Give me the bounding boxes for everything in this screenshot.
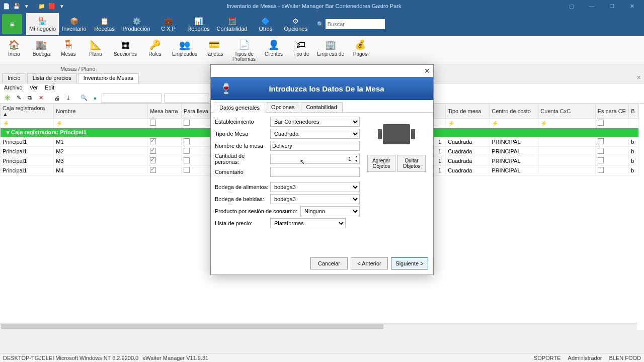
tool-edit-icon[interactable]: ✎ [14, 94, 23, 103]
status-host: DESKTOP-TGJDLEI Microsoft Windows NT 6.2… [3, 355, 138, 361]
toolbar-combo[interactable] [102, 94, 162, 103]
dialog-tab-opciones[interactable]: Opciones [266, 102, 300, 112]
label-lista-precio: Lista de precio: [215, 220, 270, 226]
tool-print-icon[interactable]: 🖨 [52, 94, 61, 103]
tool-export-icon[interactable]: ⤓ [63, 94, 72, 103]
label-producto-sesion: Producto por sesión de consumo: [215, 208, 300, 214]
filter-icon[interactable]: ⚡ [56, 120, 63, 126]
app-menu-button[interactable]: ≡ [2, 14, 22, 34]
ribbon-tab-c-x-p[interactable]: 💼C X P [153, 13, 184, 35]
subbar-secciones[interactable]: ▦Secciones [111, 37, 140, 57]
doc-tab-inventario-de-mesas[interactable]: Inventario de Mesas [78, 73, 139, 83]
ribbon-tab-producción[interactable]: ⚙️Producción [120, 13, 153, 35]
filter-icon[interactable]: ⚡ [492, 120, 499, 126]
filter-checkbox[interactable] [150, 120, 156, 126]
cancel-button[interactable]: Cancelar [310, 257, 348, 269]
subbar-mesas[interactable]: 🪑Mesas [56, 37, 80, 57]
column-header[interactable]: Tipo de mesa [446, 104, 490, 119]
producto-sesion-select[interactable]: Ninguno [300, 206, 360, 216]
bodega-bebidas-select[interactable]: bodega3 [270, 194, 360, 204]
ribbon-tab-reportes[interactable]: 📊Reportes [184, 13, 214, 35]
window-help-icon[interactable]: ▢ [561, 0, 582, 12]
spin-down-icon[interactable]: ▼ [353, 159, 359, 163]
qat-folder-icon[interactable]: 📁 [37, 2, 46, 11]
siguiente-button[interactable]: Siguiente > [391, 257, 428, 269]
label-nombre: Nombre de la mesa [215, 143, 270, 149]
column-header[interactable]: Nombre [54, 104, 148, 119]
anterior-button[interactable]: < Anterior [351, 257, 388, 269]
tool-refresh-icon[interactable]: 🔍 [79, 94, 89, 103]
bodega-alimentos-select[interactable]: bodega3 [270, 182, 360, 192]
doc-tab-lista-de-precios[interactable]: Lista de precios [27, 73, 77, 83]
tool-delete-icon[interactable]: ✕ [36, 94, 45, 103]
doc-tab-inicio[interactable]: Inicio [2, 73, 26, 83]
subbar-tarjetas[interactable]: 💳Tarjetas [202, 37, 226, 57]
ribbon-search-input[interactable] [326, 19, 385, 29]
agregar-objetos-button[interactable]: Agregar Objetos [367, 155, 395, 172]
ribbon-tab-mi-negocio[interactable]: 🏪Mi negocio [26, 13, 59, 35]
ribbon-tab-recetas[interactable]: 📋Recetas [90, 13, 120, 35]
column-header[interactable]: Caja registradora ▲ [1, 104, 54, 119]
dialog-close-icon[interactable]: ✕ [424, 67, 430, 75]
menu-ver[interactable]: Ver [30, 84, 38, 92]
subbar-tipos-de-proformas[interactable]: 📄Tipos de Proformas [229, 37, 259, 62]
qat-stop-icon[interactable]: 🟥 [47, 2, 56, 11]
tool-add-icon[interactable]: ✳️ [3, 94, 12, 103]
subbar-clientes[interactable]: 👤Clientes [262, 37, 286, 57]
filter-icon[interactable]: ⚡ [448, 120, 455, 126]
ribbon-search: 🔍 [317, 19, 385, 29]
qat-new-icon[interactable]: 📄 [2, 2, 11, 11]
subbar-empleados[interactable]: 👥Empleados [170, 37, 199, 57]
filter-checkbox[interactable] [598, 120, 604, 126]
establecimiento-select[interactable]: Bar Contenedores [270, 117, 360, 127]
subbar-pagos[interactable]: 💰Pagos [348, 37, 372, 57]
tipo-mesa-select[interactable]: Cuadrada [270, 129, 360, 139]
window-close-icon[interactable]: ✕ [622, 0, 642, 12]
ribbon-tab-contabilidad[interactable]: 🧮Contabilidad [214, 13, 251, 35]
qat-more2-icon[interactable]: ▾ [57, 2, 66, 11]
subbar-inicio[interactable]: 🏠Inicio [2, 37, 26, 57]
quick-access-toolbar: 📄 💾 ▾ 📁 🟥 ▾ [2, 2, 66, 11]
column-header[interactable]: Mesa barra [147, 104, 181, 119]
dialog-header: 🍷 Introduzca los Datos De la Mesa [211, 77, 433, 100]
tool-active-icon[interactable]: ● [91, 94, 100, 103]
ribbon-tab-otros[interactable]: 🔷Otros [251, 13, 281, 35]
status-bar: DESKTOP-TGJDLEI Microsoft Windows NT 6.2… [0, 353, 644, 362]
tab-close-icon[interactable]: ✕ [636, 74, 641, 81]
status-support: SOPORTE [534, 355, 561, 361]
column-header[interactable]: B [629, 104, 639, 119]
menu-archivo[interactable]: Archivo [4, 84, 23, 92]
quitar-objetos-button[interactable]: Quitar Objetos [397, 155, 426, 172]
filter-icon[interactable]: ⚡ [540, 120, 547, 126]
window-maximize-icon[interactable]: ☐ [602, 0, 622, 12]
nombre-mesa-input[interactable] [270, 141, 360, 151]
table-data-dialog: ✕ 🍷 Introduzca los Datos De la Mesa Dato… [210, 64, 434, 275]
subbar-bodega[interactable]: 🏬Bodega [29, 37, 53, 57]
comentario-input[interactable] [270, 167, 360, 177]
dialog-tab-datos-generales[interactable]: Datos generales [214, 103, 265, 113]
toolbar-search-input[interactable] [164, 94, 209, 103]
status-version: eWaiter Manager V11.9.31 [142, 355, 208, 361]
subbar-plano[interactable]: 📐Plano [84, 37, 108, 57]
menu-edit[interactable]: Edit [45, 84, 54, 92]
dialog-tab-contabilidad[interactable]: Contabilidad [301, 102, 343, 112]
spin-up-icon[interactable]: ▲ [353, 154, 359, 159]
horizontal-scrollbar[interactable] [0, 323, 637, 330]
lista-precio-select[interactable]: Plataformas [270, 218, 346, 228]
qat-save-icon[interactable]: 💾 [12, 2, 21, 11]
subbar-roles[interactable]: 🔑Roles [143, 37, 167, 57]
column-header[interactable]: Centro de costo [490, 104, 538, 119]
column-header[interactable]: Es para CE [595, 104, 629, 119]
cantidad-personas-input[interactable] [270, 154, 353, 164]
tool-dup-icon[interactable]: ⧉ [25, 94, 34, 103]
subbar-tipo-de[interactable]: 🏷Tipo de [289, 37, 313, 57]
qat-more-icon[interactable]: ▾ [22, 2, 31, 11]
subbar-empresa-de[interactable]: 🏢Empresa de [316, 37, 345, 57]
window-minimize-icon[interactable]: — [582, 0, 602, 12]
ribbon-tab-opciones[interactable]: ⚙Opciones [281, 13, 311, 35]
label-establecimiento: Establecimiento [215, 119, 270, 125]
filter-icon[interactable]: ⚡ [3, 120, 10, 126]
filter-checkbox[interactable] [184, 120, 190, 126]
column-header[interactable]: Cuenta CxC [538, 104, 595, 119]
ribbon-tab-inventario[interactable]: 📦Inventario [59, 13, 89, 35]
